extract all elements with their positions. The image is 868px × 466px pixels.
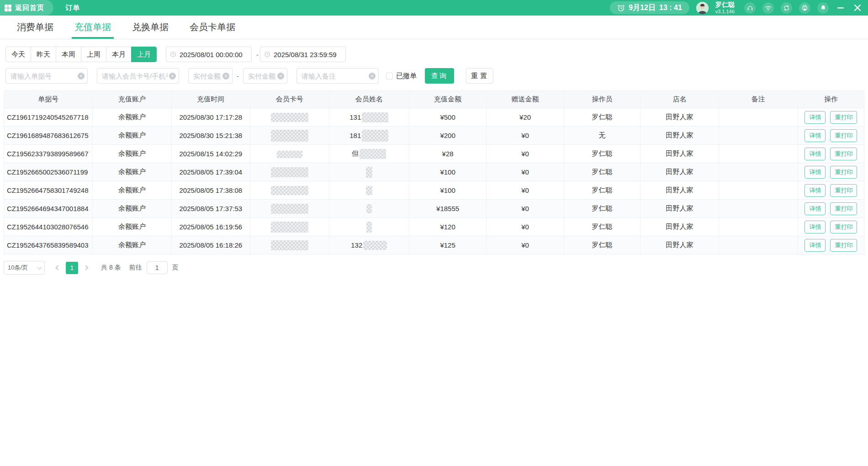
cell-card: [250, 181, 329, 200]
cell-operator: 罗仁聪: [564, 163, 640, 181]
reprint-button[interactable]: 重打印: [830, 221, 857, 233]
user-info: 罗仁聪 v3.1.146: [715, 1, 735, 14]
clock-icon: [264, 51, 270, 58]
col-operator: 操作员: [564, 91, 640, 108]
topbar: 返回首页 订单 9月12日 13 : 41 罗仁聪 v3.1.146: [0, 0, 868, 16]
cell-card: [250, 236, 329, 254]
col-bonus: 赠送金额: [487, 91, 564, 108]
cell-operator: 罗仁聪: [564, 218, 640, 236]
col-time: 充值时间: [172, 91, 250, 108]
cell-order-no: CZ1952643765839589403: [4, 236, 93, 254]
range-this-week-button[interactable]: 本周: [56, 47, 81, 62]
prev-page-button[interactable]: [52, 261, 64, 274]
page-title: 订单: [65, 4, 80, 12]
cell-name: [329, 181, 409, 200]
cell-time: 2025/08/30 15:21:38: [172, 127, 250, 145]
detail-button[interactable]: 详情: [804, 221, 826, 233]
cell-account: 余额账户: [92, 145, 171, 163]
back-home-button[interactable]: 返回首页: [0, 0, 53, 16]
range-this-month-button[interactable]: 本月: [106, 47, 132, 62]
range-last-month-button[interactable]: 上月: [131, 47, 157, 62]
range-today-button[interactable]: 今天: [5, 47, 31, 62]
detail-button[interactable]: 详情: [804, 166, 826, 179]
close-icon: [853, 4, 862, 12]
tab-exchange-receipts[interactable]: 兑换单据: [132, 16, 169, 39]
detail-button[interactable]: 详情: [804, 202, 826, 215]
reprint-button[interactable]: 重打印: [830, 129, 857, 142]
next-page-button[interactable]: [80, 261, 92, 274]
avatar[interactable]: [696, 2, 709, 14]
remark-input[interactable]: [296, 68, 379, 84]
cell-time: 2025/08/15 14:02:29: [172, 145, 250, 163]
order-no-input[interactable]: [5, 68, 88, 84]
cell-account: 余额账户: [92, 127, 171, 145]
range-yesterday-button[interactable]: 昨天: [31, 47, 56, 62]
reprint-button[interactable]: 重打印: [830, 148, 857, 160]
cell-name: [329, 163, 409, 181]
printer-button[interactable]: [799, 2, 810, 14]
notifications-button[interactable]: [817, 2, 829, 14]
wifi-button[interactable]: [762, 2, 774, 14]
goto-page-input[interactable]: [147, 261, 168, 274]
close-button[interactable]: [852, 3, 863, 13]
cell-account: 余额账户: [92, 218, 171, 236]
cell-name: 但: [329, 145, 409, 163]
cell-time: 2025/08/05 17:39:04: [172, 163, 250, 181]
detail-button[interactable]: 详情: [804, 239, 826, 252]
reprint-button[interactable]: 重打印: [830, 239, 857, 252]
name-prefix: 181: [349, 132, 361, 139]
clear-icon[interactable]: [277, 73, 284, 79]
masked-value-mosaic: [363, 241, 387, 250]
detail-button[interactable]: 详情: [804, 129, 826, 142]
cell-actions: 详情重打印: [798, 218, 864, 236]
member-search-input[interactable]: [97, 68, 179, 84]
alarm-clock-icon: [617, 4, 625, 12]
sync-button[interactable]: [781, 2, 792, 14]
clock-date: 9月12日: [629, 3, 656, 13]
reprint-button[interactable]: 重打印: [830, 111, 857, 124]
clear-icon[interactable]: [78, 73, 85, 79]
range-last-week-button[interactable]: 上周: [81, 47, 106, 62]
cell-card: [250, 127, 329, 145]
chevron-right-icon: [83, 265, 88, 270]
cell-card: [250, 218, 329, 236]
reprint-button[interactable]: 重打印: [830, 184, 857, 197]
cell-name: 181: [329, 127, 409, 145]
quick-range-group: 今天 昨天 本周 上周 本月 上月: [5, 47, 157, 62]
clear-icon[interactable]: [169, 73, 176, 79]
recharge-table: 单据号 充值账户 充值时间 会员卡号 会员姓名 充值金额 赠送金额 操作员 店名…: [4, 90, 864, 254]
table-header-row: 单据号 充值账户 充值时间 会员卡号 会员姓名 充值金额 赠送金额 操作员 店名…: [4, 91, 864, 108]
page-size-select[interactable]: 10条/页: [4, 261, 45, 275]
page-1-button[interactable]: 1: [66, 262, 78, 274]
cell-order-no: CZ1952665002536071199: [4, 163, 93, 181]
page-word: 页: [172, 264, 179, 272]
cell-time: 2025/08/05 17:38:08: [172, 181, 250, 200]
start-datetime-picker[interactable]: 2025/08/01 00:00:00: [166, 47, 252, 62]
cell-remark: [719, 181, 798, 200]
reprint-button[interactable]: 重打印: [830, 202, 857, 215]
cell-amount: ¥100: [409, 181, 486, 200]
tab-consume-receipts[interactable]: 消费单据: [17, 16, 53, 39]
cancelled-checkbox-wrap[interactable]: 已撤单: [386, 72, 417, 80]
name-prefix: 但: [352, 149, 359, 157]
cell-amount: ¥28: [409, 145, 486, 163]
detail-button[interactable]: 详情: [804, 148, 826, 160]
tab-membercard-receipts[interactable]: 会员卡单据: [190, 16, 235, 39]
reset-button[interactable]: 重置: [466, 68, 493, 84]
headset-button[interactable]: [744, 2, 756, 14]
tab-recharge-receipts[interactable]: 充值单据: [74, 16, 111, 39]
clear-icon[interactable]: [222, 73, 229, 79]
detail-button[interactable]: 详情: [804, 111, 826, 124]
cell-store: 田野人家: [640, 218, 719, 236]
minimize-button[interactable]: [836, 3, 846, 13]
reprint-button[interactable]: 重打印: [830, 166, 857, 179]
detail-button[interactable]: 详情: [804, 184, 826, 197]
cancelled-checkbox[interactable]: [386, 73, 393, 79]
end-datetime-picker[interactable]: 2025/08/31 23:59:59: [260, 47, 346, 62]
query-button[interactable]: 查询: [425, 68, 454, 84]
cell-order-no: CZ1956233793899589667: [4, 145, 93, 163]
apps-grid-icon: [5, 5, 11, 11]
app-version: v3.1.146: [715, 9, 735, 14]
clear-icon[interactable]: [369, 73, 376, 79]
back-home-label: 返回首页: [15, 4, 44, 12]
